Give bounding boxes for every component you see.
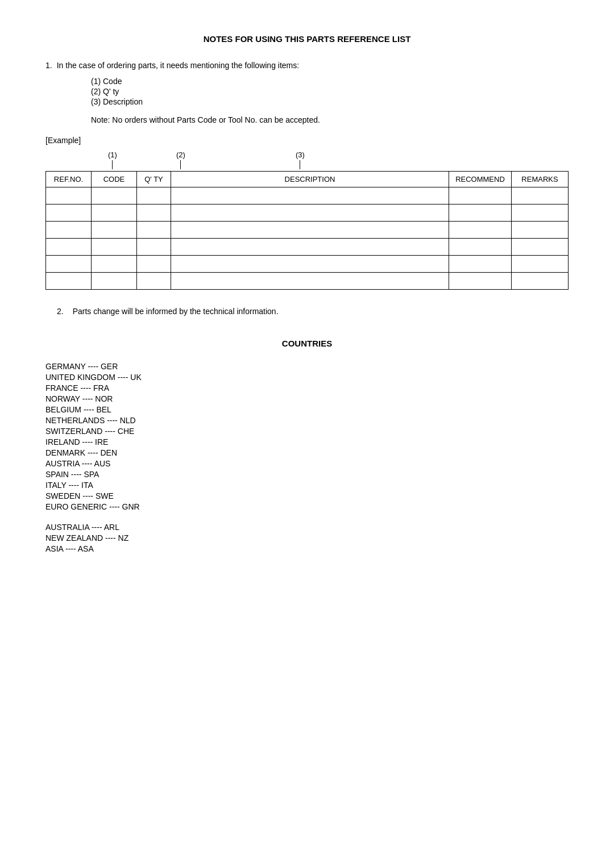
indicator-3: (3) — [296, 151, 305, 169]
example-label: [Example] — [45, 136, 569, 145]
section-1: 1. In the case of ordering parts, it nee… — [45, 61, 569, 124]
page-title: NOTES FOR USING THIS PARTS REFERENCE LIS… — [45, 34, 569, 44]
section2-text: Parts change will be informed by the tec… — [73, 307, 279, 316]
country-australia: AUSTRALIA ---- ARL — [45, 523, 569, 532]
country-belgium: BELGIUM ---- BEL — [45, 405, 569, 414]
countries-group-1: GERMANY ---- GER UNITED KINGDOM ---- UK … — [45, 362, 569, 511]
section2-number: 2. — [57, 307, 64, 316]
countries-title: COUNTRIES — [45, 339, 569, 348]
table-row — [46, 256, 569, 273]
country-france: FRANCE ---- FRA — [45, 383, 569, 393]
section1-text: In the case of ordering parts, it needs … — [57, 61, 299, 70]
country-asia: ASIA ---- ASA — [45, 544, 569, 553]
country-italy: ITALY ---- ITA — [45, 481, 569, 490]
table-row — [46, 187, 569, 205]
section1-number: 1. — [45, 61, 52, 70]
sub-item-3: (3) Description — [91, 97, 569, 106]
col-header-recommend: RECOMMEND — [449, 172, 512, 187]
col-header-qty: Q' TY — [137, 172, 171, 187]
country-netherlands: NETHERLANDS ---- NLD — [45, 416, 569, 425]
table-header-row: REF.NO. CODE Q' TY DESCRIPTION RECOMMEND… — [46, 172, 569, 187]
table-row — [46, 239, 569, 256]
country-denmark: DENMARK ---- DEN — [45, 448, 569, 457]
col-header-desc: DESCRIPTION — [171, 172, 449, 187]
country-switzerland: SWITZERLAND ---- CHE — [45, 427, 569, 436]
col-header-refno: REF.NO. — [46, 172, 92, 187]
note-text: Note: No orders without Parts Code or To… — [91, 115, 569, 124]
country-austria: AUSTRIA ---- AUS — [45, 459, 569, 468]
country-germany: GERMANY ---- GER — [45, 362, 569, 371]
indicator-1: (1) — [108, 151, 117, 169]
col-header-code: CODE — [92, 172, 137, 187]
country-new-zealand: NEW ZEALAND ---- NZ — [45, 533, 569, 542]
table-row — [46, 273, 569, 290]
indicator-2: (2) — [176, 151, 185, 169]
country-spain: SPAIN ---- SPA — [45, 470, 569, 479]
sub-items: (1) Code (2) Q' ty (3) Description — [91, 77, 569, 106]
parts-table: REF.NO. CODE Q' TY DESCRIPTION RECOMMEND… — [45, 171, 569, 290]
col-header-remarks: REMARKS — [512, 172, 569, 187]
country-uk: UNITED KINGDOM ---- UK — [45, 373, 569, 382]
section-2: 2. Parts change will be informed by the … — [57, 307, 569, 316]
country-ireland: IRELAND ---- IRE — [45, 437, 569, 446]
country-sweden: SWEDEN ---- SWE — [45, 491, 569, 500]
sub-item-2: (2) Q' ty — [91, 87, 569, 96]
sub-item-1: (1) Code — [91, 77, 569, 86]
country-euro-generic: EURO GENERIC ---- GNR — [45, 502, 569, 511]
country-norway: NORWAY ---- NOR — [45, 394, 569, 403]
countries-group-2: AUSTRALIA ---- ARL NEW ZEALAND ---- NZ A… — [45, 523, 569, 553]
table-row — [46, 222, 569, 239]
table-row — [46, 205, 569, 222]
